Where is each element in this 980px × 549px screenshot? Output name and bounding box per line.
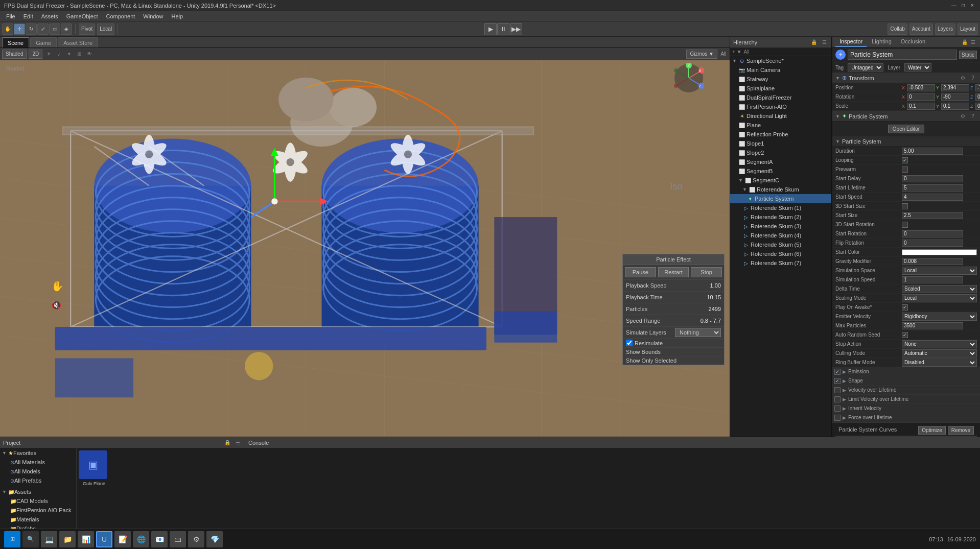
startdelay-input[interactable]	[902, 175, 963, 182]
asset-cad[interactable]: 📁 CAD Models	[0, 496, 76, 506]
gizmos-btn[interactable]: Gizmos ▼	[686, 50, 717, 59]
inherit-vel-checkbox[interactable]	[834, 405, 841, 412]
scale-x-input[interactable]	[907, 103, 935, 110]
audio-toggle[interactable]: ♪	[55, 50, 63, 58]
position-x-input[interactable]	[907, 84, 935, 91]
transform-settings-icon[interactable]: ⚙	[959, 74, 967, 82]
hierarchy-item-firstperson[interactable]: ⬜ FirstPerson-AIO	[730, 102, 831, 111]
project-menu-icon[interactable]: ☰	[234, 439, 242, 447]
hierarchy-item-dualspiralfreezer[interactable]: ⬜ DualSpiralFreezer	[730, 93, 831, 102]
hierarchy-item-segmentc[interactable]: ▼ ⬜ SegmentC	[730, 176, 831, 185]
simulate-layers-select[interactable]: Nothing	[675, 328, 721, 337]
open-editor-btn[interactable]: Open Editor	[888, 125, 924, 133]
limit-vel-checkbox[interactable]	[834, 396, 841, 402]
hierarchy-item-plane[interactable]: ⬜ Plane	[730, 121, 831, 130]
autorandomseed-checkbox[interactable]	[902, 332, 908, 338]
emission-enable-checkbox[interactable]	[834, 369, 841, 375]
hierarchy-item-roterende1[interactable]: ▷ Roterende Skum (1)	[730, 203, 831, 212]
lighting-toggle[interactable]: ☀	[44, 50, 53, 58]
taskbar-app8[interactable]: ⚙	[188, 531, 204, 547]
3dstartsize-checkbox[interactable]	[902, 203, 908, 209]
maximize-btn[interactable]: □	[960, 2, 967, 9]
taskbar-app7[interactable]: 🗃	[170, 531, 186, 547]
window-controls[interactable]: — □ ×	[950, 2, 976, 9]
stopaction-select[interactable]: None	[902, 340, 977, 348]
step-btn[interactable]: ▶▶	[510, 23, 522, 35]
resimulate-checkbox[interactable]	[626, 340, 633, 346]
hierarchy-item-dirlight[interactable]: ☀ Directional Light	[730, 111, 831, 121]
playonawake-checkbox[interactable]	[902, 304, 908, 311]
tool-rotate[interactable]: ↻	[26, 23, 37, 35]
taskbar-app5[interactable]: 🌐	[133, 531, 149, 547]
menu-gameobject[interactable]: GameObject	[62, 11, 102, 21]
ps-component-header[interactable]: ▼ ✦ Particle System ⚙ ?	[832, 111, 980, 122]
rotation-z-input[interactable]	[975, 93, 980, 101]
menu-component[interactable]: Component	[102, 11, 139, 21]
menu-file[interactable]: File	[2, 11, 19, 21]
favorites-all-prefabs[interactable]: ⊙ All Prefabs	[0, 476, 76, 485]
pause-particle-btn[interactable]: Pause	[625, 267, 656, 277]
force-lifetime-checkbox[interactable]	[834, 415, 841, 421]
duration-input[interactable]	[902, 148, 963, 155]
taskbar-app6[interactable]: 📧	[151, 531, 168, 547]
menu-edit[interactable]: Edit	[19, 11, 37, 21]
account-btn[interactable]: Account	[909, 23, 933, 35]
ps-emission-section[interactable]: ▶ Emission	[832, 367, 980, 376]
start-color-swatch[interactable]	[902, 249, 977, 255]
favorites-header[interactable]: ▼ ★ Favorites	[0, 448, 76, 458]
hierarchy-item-roterende6[interactable]: ▷ Roterende Skum (6)	[730, 249, 831, 258]
simspeed-input[interactable]	[902, 276, 963, 283]
ps-info-icon[interactable]: ?	[969, 112, 977, 121]
tool-custom[interactable]: ◈	[61, 23, 72, 35]
close-btn[interactable]: ×	[969, 2, 976, 9]
ps-vel-lifetime-section[interactable]: ▶ Velocity over Lifetime	[832, 386, 980, 395]
ps-settings-icon[interactable]: ⚙	[959, 112, 967, 121]
taskbar-app3[interactable]: 📊	[78, 531, 94, 547]
3dstartrot-checkbox[interactable]	[902, 222, 908, 228]
object-name-input[interactable]	[848, 50, 957, 60]
remove-btn[interactable]: Remove	[948, 426, 974, 435]
asset-fps[interactable]: 📁 FirstPersion AIO Pack	[0, 506, 76, 515]
tag-select[interactable]: Untagged	[848, 63, 883, 71]
inspector-lock-icon[interactable]: 🔒	[961, 38, 969, 46]
maxparticles-input[interactable]	[902, 322, 963, 329]
prewarm-checkbox[interactable]	[902, 166, 908, 173]
tab-game[interactable]: Game	[30, 37, 57, 47]
hierarchy-item-slope2[interactable]: ⬜ Slope2	[730, 148, 831, 157]
startrot-input[interactable]	[902, 230, 963, 237]
restart-particle-btn[interactable]: Restart	[658, 267, 689, 277]
tab-lighting[interactable]: Lighting	[868, 37, 896, 47]
assets-header[interactable]: ▼ 📁 Assets	[0, 487, 76, 496]
hierarchy-item-roterende2[interactable]: ▷ Roterende Skum (2)	[730, 212, 831, 222]
content-item-gulvplane[interactable]: ▣ Gulv Plane	[79, 450, 109, 486]
ps-inherit-vel-section[interactable]: ▶ Inherit Velocity	[832, 404, 980, 413]
hierarchy-item-roterende7[interactable]: ▷ Roterende Skum (7)	[730, 258, 831, 268]
favorites-all-models[interactable]: ⊙ All Models	[0, 467, 76, 476]
hierarchy-item-roterende-skum[interactable]: ▼ ⬜ Roterende Skum	[730, 185, 831, 194]
tool-move[interactable]: ✛	[14, 23, 25, 35]
hidden-toggle[interactable]: 👁	[85, 50, 94, 58]
taskbar-app4[interactable]: 📝	[114, 531, 131, 547]
layers-btn[interactable]: Layers	[935, 23, 955, 35]
tab-scene[interactable]: Scene	[2, 37, 29, 47]
scalingmode-select[interactable]: Local	[902, 294, 977, 302]
transform-info-icon[interactable]: ?	[969, 74, 977, 82]
layer-select[interactable]: Water	[904, 63, 931, 71]
ps-force-lifetime-section[interactable]: ▶ Force over Lifetime	[832, 413, 980, 422]
layout-btn[interactable]: Layout	[958, 23, 978, 35]
hierarchy-item-slope1[interactable]: ⬜ Slope1	[730, 139, 831, 148]
start-btn[interactable]: ⊞	[4, 531, 20, 547]
show-bounds-row[interactable]: Show Bounds	[623, 347, 724, 356]
hierarchy-item-maincamera[interactable]: 📷 Main Camera	[730, 65, 831, 75]
position-z-input[interactable]	[975, 84, 980, 91]
rotation-y-input[interactable]	[941, 93, 969, 101]
unity-taskbar-btn[interactable]: U	[96, 531, 112, 547]
optimize-btn[interactable]: Optimize	[918, 426, 945, 435]
cullingmode-select[interactable]: Automatic	[902, 349, 977, 357]
hierarchy-lock-icon[interactable]: 🔒	[810, 38, 818, 46]
show-only-selected-row[interactable]: Show Only Selected	[623, 356, 724, 365]
hierarchy-item-roterende3[interactable]: ▷ Roterende Skum (3)	[730, 222, 831, 231]
tool-hand[interactable]: ✋	[2, 23, 13, 35]
pivot-btn[interactable]: Pivot	[79, 23, 95, 35]
ps-section-header[interactable]: ▼ Particle System	[832, 136, 980, 147]
